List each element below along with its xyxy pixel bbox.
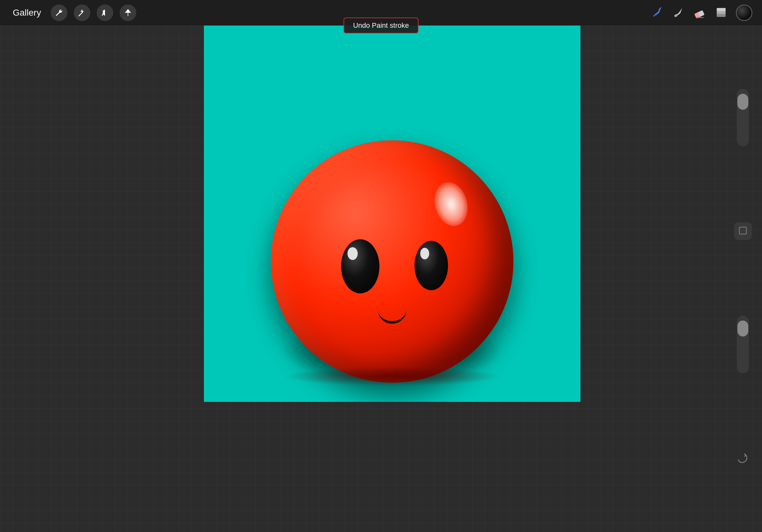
svg-rect-10 <box>739 227 746 234</box>
brush-size-slider[interactable] <box>737 89 749 146</box>
wrench-button[interactable] <box>51 4 67 21</box>
canvas-container <box>61 26 724 532</box>
svg-rect-8 <box>717 11 725 14</box>
square-tool-button[interactable] <box>734 222 752 240</box>
brush-tool-button[interactable] <box>649 5 663 21</box>
redo-button[interactable] <box>733 449 752 469</box>
redo-icon <box>737 452 749 464</box>
eraser-icon <box>692 5 707 20</box>
toolbar-left: Gallery <box>10 4 136 21</box>
transform-button[interactable] <box>120 4 136 21</box>
specular-highlight <box>430 178 473 230</box>
svg-line-0 <box>79 12 83 16</box>
magic-wand-icon <box>78 8 87 17</box>
color-picker-button[interactable] <box>736 4 752 21</box>
transform-icon <box>123 8 132 17</box>
opacity-slider[interactable] <box>737 316 749 373</box>
undo-tooltip: Undo Paint stroke <box>344 18 419 33</box>
right-eye <box>415 241 448 290</box>
selection-icon <box>101 8 110 17</box>
drawing-canvas[interactable] <box>204 26 580 402</box>
svg-rect-9 <box>717 8 725 11</box>
red-ball <box>271 140 513 383</box>
eraser-tool-button[interactable] <box>692 5 707 21</box>
smudge-tool-button[interactable] <box>671 5 685 21</box>
gallery-button[interactable]: Gallery <box>10 6 44 20</box>
toolbar-right <box>649 4 752 21</box>
magic-wand-button[interactable] <box>74 4 90 21</box>
layers-icon <box>714 5 728 20</box>
layers-button[interactable] <box>714 5 728 21</box>
wrench-icon <box>54 8 63 17</box>
svg-rect-7 <box>717 14 725 17</box>
square-icon <box>738 226 748 235</box>
brush-icon <box>649 5 663 20</box>
right-panel <box>724 26 762 532</box>
left-eye <box>341 239 379 294</box>
opacity-thumb <box>737 320 748 337</box>
smile <box>378 309 407 324</box>
selection-button[interactable] <box>97 4 113 21</box>
brush-size-thumb <box>737 94 748 110</box>
smudge-icon <box>671 5 685 20</box>
